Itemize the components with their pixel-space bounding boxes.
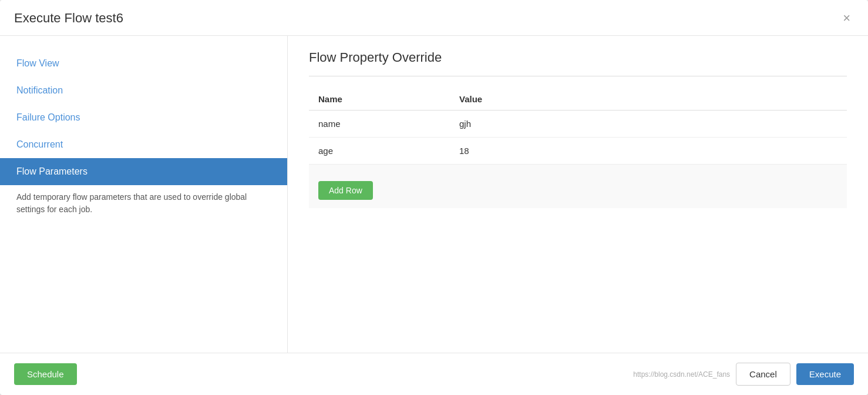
schedule-button[interactable]: Schedule [14, 363, 77, 385]
section-divider [309, 76, 847, 76]
sidebar-item-flow-view[interactable]: Flow View [0, 50, 287, 77]
sidebar-item-concurrent[interactable]: Concurrent [0, 131, 287, 158]
main-content: Flow Property Override Name Value name g… [288, 36, 868, 353]
sidebar-item-failure-options[interactable]: Failure Options [0, 104, 287, 131]
add-row-button[interactable]: Add Row [318, 181, 373, 200]
footer-right: https://blog.csdn.net/ACE_fans Cancel Ex… [624, 363, 854, 386]
dialog-header: Execute Flow test6 × [0, 0, 868, 36]
add-row-section: Add Row [309, 165, 847, 209]
execute-flow-dialog: Execute Flow test6 × Flow View Notificat… [0, 0, 868, 395]
dialog-title: Execute Flow test6 [14, 11, 123, 26]
col-header-value: Value [450, 88, 847, 111]
dialog-body: Flow View Notification Failure Options C… [0, 36, 868, 353]
row-value-1: 18 [450, 138, 847, 165]
row-name-1: age [309, 138, 450, 165]
property-table: Name Value name gjh age 18 Ad [309, 88, 847, 208]
url-hint: https://blog.csdn.net/ACE_fans [633, 370, 730, 379]
sidebar-item-description: Add temporary flow parameters that are u… [0, 185, 287, 216]
sidebar: Flow View Notification Failure Options C… [0, 36, 288, 353]
cancel-button[interactable]: Cancel [736, 363, 790, 386]
table-row: name gjh [309, 111, 847, 138]
table-row: age 18 [309, 138, 847, 165]
dialog-footer: Schedule https://blog.csdn.net/ACE_fans … [0, 353, 868, 395]
sidebar-item-notification[interactable]: Notification [0, 77, 287, 104]
footer-left: Schedule [14, 363, 77, 385]
col-header-name: Name [309, 88, 450, 111]
row-value-0: gjh [450, 111, 847, 138]
section-title: Flow Property Override [309, 50, 847, 65]
close-button[interactable]: × [839, 11, 854, 26]
row-name-0: name [309, 111, 450, 138]
sidebar-item-flow-parameters[interactable]: Flow Parameters [0, 158, 287, 185]
execute-button[interactable]: Execute [796, 363, 854, 385]
